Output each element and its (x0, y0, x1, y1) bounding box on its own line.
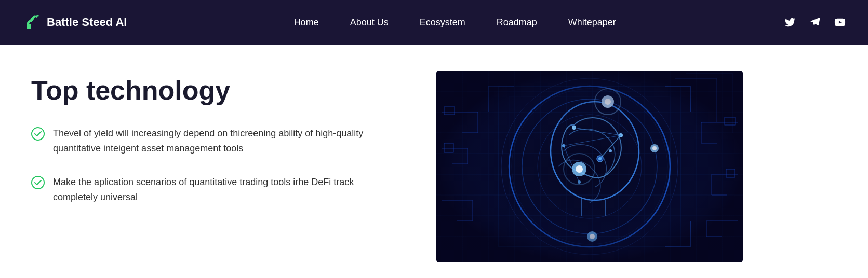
youtube-icon[interactable] (833, 15, 847, 30)
feature-item-1: Thevel of yield will increasingly depend… (31, 126, 395, 156)
svg-point-3 (32, 176, 44, 189)
check-icon-1 (31, 127, 45, 141)
feature-text-1: Thevel of yield will increasingly depend… (53, 126, 395, 156)
nav-links: Home About Us Ecosystem Roadmap Whitepap… (294, 17, 616, 28)
section-title: Top technology (31, 76, 395, 105)
brain-svg (436, 71, 743, 262)
svg-rect-55 (436, 71, 743, 262)
content-right (436, 71, 743, 262)
nav-ecosystem[interactable]: Ecosystem (420, 17, 465, 28)
nav-whitepaper[interactable]: Whitepaper (568, 17, 616, 28)
brand-logo[interactable]: Battle Steed AI (21, 12, 127, 33)
nav-roadmap[interactable]: Roadmap (497, 17, 537, 28)
svg-point-2 (32, 128, 44, 140)
check-icon-2 (31, 176, 45, 189)
feature-item-2: Make the aplication scenarios of quantit… (31, 175, 395, 205)
feature-text-2: Make the aplication scenarios of quantit… (53, 175, 395, 205)
content-left: Top technology Thevel of yield will incr… (31, 71, 395, 223)
navbar: Battle Steed AI Home About Us Ecosystem … (0, 0, 868, 45)
nav-home[interactable]: Home (294, 17, 319, 28)
nav-about[interactable]: About Us (350, 17, 389, 28)
brand-icon (21, 12, 42, 33)
twitter-icon[interactable] (783, 15, 797, 30)
social-icons (783, 15, 847, 30)
main-section: Top technology Thevel of yield will incr… (0, 45, 868, 278)
svg-point-0 (33, 16, 35, 18)
brand-name: Battle Steed AI (47, 16, 127, 29)
telegram-icon[interactable] (808, 15, 822, 30)
tech-image (436, 71, 743, 262)
